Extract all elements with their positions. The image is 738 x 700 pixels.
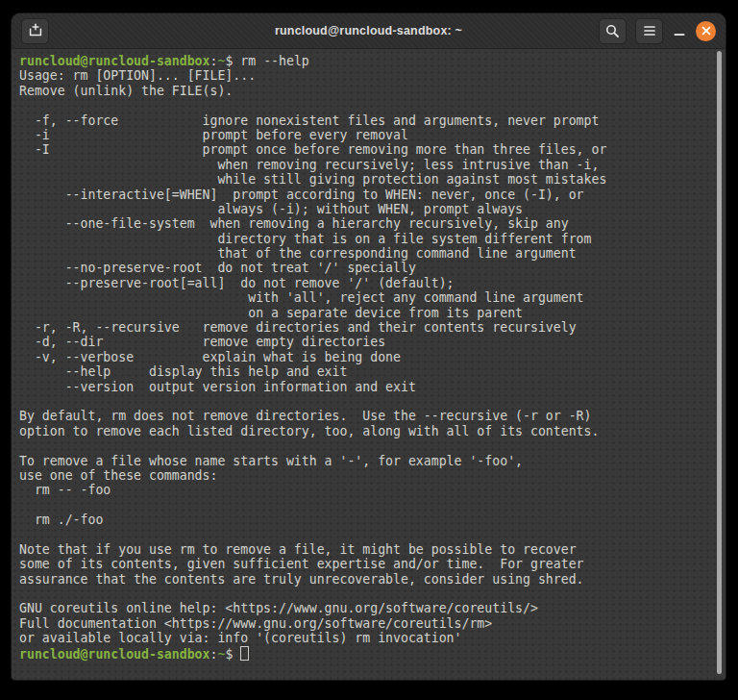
- output-line: on a separate device from its parent: [19, 306, 718, 320]
- new-tab-button[interactable]: [21, 18, 49, 44]
- output-line: Full documentation <https://www.gnu.org/…: [19, 616, 718, 631]
- terminal-cursor[interactable]: [240, 646, 249, 661]
- output-line: -r, -R, --recursive remove directories a…: [19, 320, 718, 335]
- new-tab-icon: [28, 23, 43, 38]
- output-line: --interactive[=WHEN] prompt according to…: [19, 188, 718, 202]
- menu-icon: [643, 25, 656, 37]
- output-line: always (-i); without WHEN, prompt always: [19, 202, 718, 216]
- output-line: --preserve-root[=all] do not remove '/' …: [19, 276, 718, 290]
- output-line: -I prompt once before removing more than…: [19, 142, 718, 157]
- search-icon: [605, 24, 620, 38]
- output-line: [19, 98, 718, 112]
- output-line: Note that if you use rm to remove a file…: [19, 542, 718, 557]
- output-line: option to remove each listed directory, …: [19, 424, 718, 438]
- output-line: directory that is on a file system diffe…: [19, 232, 718, 246]
- output-line: with 'all', reject any command line argu…: [19, 290, 718, 305]
- output-line: -i prompt before every removal: [19, 128, 718, 142]
- prompt-symbol: $: [225, 647, 233, 662]
- output-line: [19, 394, 718, 409]
- command-line: runcloud@runcloud-sandbox:~$ rm --help: [19, 54, 718, 68]
- output-line: rm -- -foo: [19, 483, 718, 497]
- prompt-user-host: runcloud@runcloud-sandbox: [19, 54, 210, 68]
- terminal-window: runcloud@runcloud-sandbox: ~: [12, 13, 726, 680]
- terminal-screen[interactable]: runcloud@runcloud-sandbox:~$ rm --helpUs…: [12, 49, 726, 680]
- output-line: By default, rm does not remove directori…: [19, 409, 718, 423]
- minimize-button[interactable]: [672, 29, 687, 33]
- titlebar[interactable]: runcloud@runcloud-sandbox: ~: [12, 13, 726, 49]
- output-line: -f, --force ignore nonexistent files and…: [19, 113, 718, 128]
- output-line: assurance that the contents are truly un…: [19, 572, 718, 587]
- output-line: use one of these commands:: [19, 468, 718, 483]
- scrollbar-thumb[interactable]: [717, 51, 722, 674]
- output-line: some of its contents, given sufficient e…: [19, 557, 718, 571]
- output-line: -d, --dir remove empty directories: [19, 335, 718, 349]
- output-line: -v, --verbose explain what is being done: [19, 350, 718, 364]
- output-line: that of the corresponding command line a…: [19, 246, 718, 261]
- output-line: while still giving protection against mo…: [19, 172, 718, 187]
- output-line: when removing recursively; less intrusiv…: [19, 158, 718, 172]
- output-line: To remove a file whose name starts with …: [19, 454, 718, 468]
- current-prompt-line: runcloud@runcloud-sandbox:~$: [19, 646, 718, 661]
- prompt-user-host: runcloud@runcloud-sandbox: [19, 647, 210, 662]
- command-text: rm --help: [240, 54, 308, 68]
- output-line: --version output version information and…: [19, 380, 718, 394]
- prompt-symbol: $: [225, 54, 233, 68]
- output-line: --one-file-system when removing a hierar…: [19, 216, 718, 231]
- menu-button[interactable]: [635, 18, 663, 44]
- output-line: --help display this help and exit: [19, 364, 718, 379]
- output-line: [19, 438, 718, 453]
- minimize-icon: [674, 29, 685, 33]
- output-line: --no-preserve-root do not treat '/' spec…: [19, 261, 718, 275]
- desktop-background: runcloud@runcloud-sandbox: ~: [0, 0, 738, 700]
- close-icon: [701, 26, 711, 36]
- output-line: rm ./-foo: [19, 512, 718, 527]
- output-line: [19, 528, 718, 542]
- output-line: or available locally via: info '(coreuti…: [19, 631, 718, 645]
- search-button[interactable]: [599, 18, 627, 44]
- close-button[interactable]: [696, 21, 716, 41]
- output-line: [19, 498, 718, 512]
- output-line: Remove (unlink) the FILE(s).: [19, 84, 718, 98]
- output-line: [19, 587, 718, 601]
- output-line: Usage: rm [OPTION]... [FILE]...: [19, 68, 718, 83]
- output-line: GNU coreutils online help: <https://www.…: [19, 601, 718, 615]
- terminal-content: runcloud@runcloud-sandbox:~$ rm --helpUs…: [19, 54, 718, 661]
